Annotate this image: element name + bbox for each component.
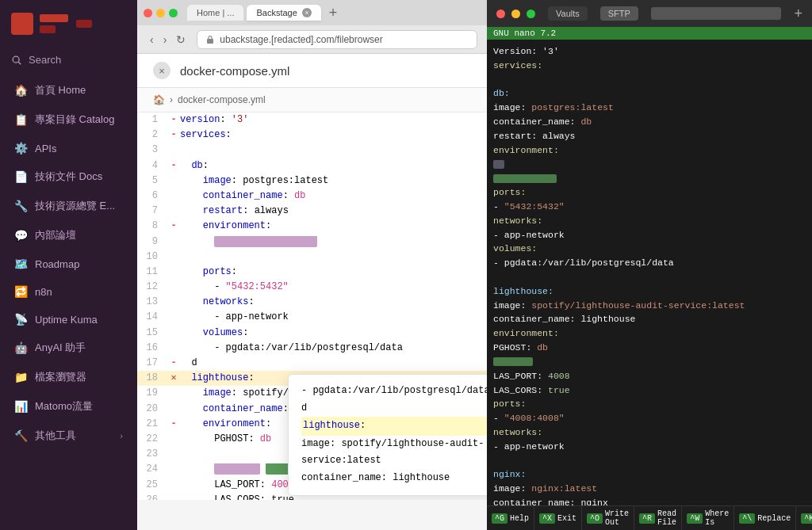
- tech-overview-icon: 🔧: [14, 200, 27, 212]
- vaults-button[interactable]: Vaults: [548, 6, 588, 21]
- breadcrumb-home-icon[interactable]: 🏠: [153, 94, 165, 105]
- search-button[interactable]: Search: [0, 48, 137, 72]
- term-line-services: services:: [493, 59, 806, 73]
- tab-close-button[interactable]: ×: [302, 8, 312, 17]
- tooltip-line1: - pgdata:/var/lib/postgresql/data: [301, 383, 487, 400]
- term-line-db-restart: restart: always: [493, 129, 806, 143]
- sidebar-item-catalog-label: 專案目錄 Catalog: [35, 112, 114, 127]
- sidebar-item-matomo[interactable]: 📊 Matomo流量: [3, 392, 134, 421]
- browser-bar: ‹ › ↻ ubackstage.[redacted].com/filebrow…: [137, 25, 487, 54]
- code-tooltip: - pgdata:/var/lib/postgresql/data d ligh…: [288, 374, 487, 496]
- term-line-db-env1: [493, 158, 806, 172]
- sidebar-item-home[interactable]: 🏠 首頁 Home: [3, 76, 134, 105]
- sidebar-item-internal-forum[interactable]: 💬 內部論壇: [3, 221, 134, 250]
- code-line-7: 7 restart: always: [137, 204, 487, 219]
- logo-text-bar1: [40, 14, 68, 22]
- sidebar-logo: [0, 0, 137, 48]
- term-line-empty1: [493, 73, 806, 87]
- traffic-light-green[interactable]: [169, 9, 178, 17]
- forum-icon: 💬: [14, 229, 27, 242]
- sidebar-item-matomo-label: Matomo流量: [35, 399, 93, 414]
- code-line-11: 11 ports:: [137, 265, 487, 280]
- anyai-icon: 🤖: [14, 341, 27, 354]
- code-line-10: 10: [137, 250, 487, 265]
- footer-write-action: Write Out: [605, 509, 629, 527]
- term-line-db-container: container_name: db: [493, 115, 806, 129]
- tab-backstage[interactable]: Backstage ×: [247, 5, 320, 21]
- reload-button[interactable]: ↻: [173, 32, 189, 48]
- code-line-4: 4 - db:: [137, 158, 487, 173]
- sftp-button[interactable]: SFTP: [600, 6, 638, 21]
- home-icon: 🏠: [14, 84, 27, 97]
- sidebar-item-tech-overview[interactable]: 🔧 技術資源總覽 E...: [3, 192, 134, 220]
- sidebar-nav: 🏠 首頁 Home 📋 專案目錄 Catalog ⚙️ APIs 📄 技術文件 …: [0, 75, 137, 530]
- sidebar-item-docs[interactable]: 📄 技術文件 Docs: [3, 162, 134, 191]
- tooltip-line4: image: spotify/lighthouse-audit-service:…: [301, 436, 487, 470]
- footer-cut-key: ^K: [801, 513, 812, 524]
- terminal-minimize-button[interactable]: [511, 10, 520, 18]
- footer-help-action: Help: [510, 514, 529, 523]
- sidebar-item-anyai[interactable]: 🤖 AnyAI 助手: [3, 334, 134, 362]
- footer-write: ^O Write Out: [582, 506, 634, 530]
- main-area: Home | ... Backstage × + ‹ › ↻ ubackstag…: [137, 0, 487, 530]
- new-terminal-button[interactable]: +: [794, 6, 802, 22]
- code-line-5: 5 image: postgres:latest: [137, 173, 487, 189]
- matomo-icon: 📊: [14, 400, 27, 413]
- terminal-body[interactable]: Version: '3' services: db: image: postgr…: [487, 40, 812, 505]
- term-line-db-ports: ports:: [493, 185, 806, 200]
- sidebar-item-uptime-label: Uptime Kuma: [35, 314, 98, 326]
- back-button[interactable]: ‹: [147, 32, 157, 48]
- terminal-maximize-button[interactable]: [527, 10, 535, 18]
- forward-button[interactable]: ›: [160, 32, 170, 48]
- uptime-icon: 📡: [14, 313, 27, 326]
- sidebar-item-other-tools[interactable]: 🔨 其他工具 ›: [3, 421, 134, 450]
- sidebar-item-n8n[interactable]: 🔁 n8n: [3, 278, 134, 305]
- term-line-nginx-image: image: nginx:latest: [493, 482, 806, 496]
- term-line-lh-lasport: LAS_PORT: 4008: [493, 369, 806, 383]
- sidebar-item-file-browser[interactable]: 📁 檔案瀏覽器: [3, 363, 134, 391]
- footer-read: ^R Read File: [634, 506, 682, 530]
- url-text: ubackstage.[redacted].com/filebrowser: [220, 34, 382, 45]
- n8n-icon: 🔁: [14, 285, 27, 298]
- svg-rect-2: [207, 39, 213, 44]
- footer-exit: ^X Exit: [534, 506, 582, 530]
- term-line-lh-ports: ports:: [493, 397, 806, 411]
- code-line-15: 15 volumes:: [137, 326, 487, 341]
- sidebar-item-roadmap[interactable]: 🗺️ Roadmap: [3, 250, 134, 277]
- code-line-6: 6 container_name: db: [137, 189, 487, 204]
- file-close-button[interactable]: ×: [153, 62, 170, 79]
- sidebar-item-other-tools-label: 其他工具: [35, 429, 76, 443]
- traffic-light-red[interactable]: [144, 9, 152, 17]
- sidebar-item-anyai-label: AnyAI 助手: [35, 341, 86, 355]
- logo-accent: [76, 20, 92, 28]
- term-line-db-env: environment:: [493, 143, 806, 158]
- sidebar-item-catalog[interactable]: 📋 專案目錄 Catalog: [3, 105, 134, 134]
- sidebar-item-apis-label: APIs: [35, 143, 56, 154]
- term-line-db-env2: [493, 171, 806, 185]
- terminal-title: GNU nano 7.2: [493, 29, 556, 38]
- code-line-12: 12 - "5432:5432": [137, 280, 487, 295]
- breadcrumb: 🏠 › docker-compose.yml: [137, 88, 487, 112]
- new-tab-button[interactable]: +: [324, 5, 343, 21]
- file-header: × docker-compose.yml: [137, 54, 487, 88]
- code-line-9: 9 ██████████████████: [137, 234, 487, 250]
- sidebar-item-docs-label: 技術文件 Docs: [35, 170, 102, 184]
- footer-cut: ^K Cut: [796, 506, 812, 530]
- sidebar-item-apis[interactable]: ⚙️ APIs: [3, 135, 134, 162]
- footer-exit-action: Exit: [557, 514, 576, 523]
- code-line-14: 14 - app-network: [137, 310, 487, 325]
- tab-home[interactable]: Home | ...: [187, 5, 243, 21]
- url-bar[interactable]: ubackstage.[redacted].com/filebrowser: [197, 30, 477, 49]
- roadmap-icon: 🗺️: [14, 257, 27, 270]
- footer-exit-key: ^X: [539, 513, 555, 524]
- tooltip-line5: container_name: lighthouse: [301, 470, 487, 487]
- code-line-13: 13 networks:: [137, 295, 487, 310]
- term-line-lh-networks: networks:: [493, 425, 806, 440]
- terminal-close-button[interactable]: [496, 10, 505, 18]
- term-line-db-vol-val: - pgdata:/var/lib/postgresql/data: [493, 256, 806, 270]
- sidebar-item-home-label: 首頁 Home: [35, 83, 86, 97]
- tab-bar: Home | ... Backstage × +: [137, 0, 487, 25]
- code-area[interactable]: 1 - version: '3' 2 - services: 3 4 - db:…: [137, 112, 487, 500]
- sidebar-item-uptime-kuma[interactable]: 📡 Uptime Kuma: [3, 306, 134, 333]
- traffic-light-yellow[interactable]: [156, 9, 165, 17]
